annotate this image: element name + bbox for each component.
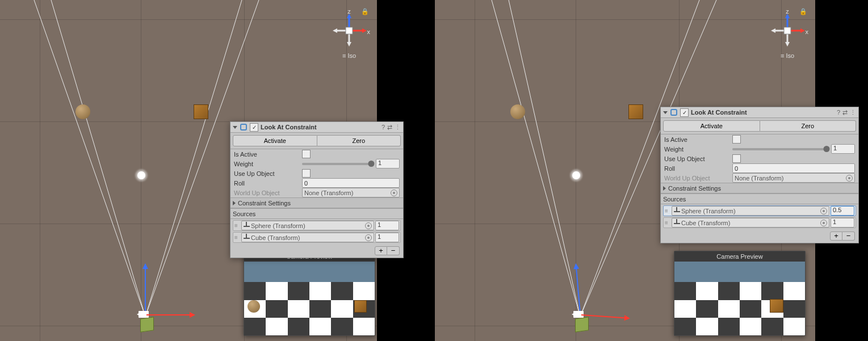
orientation-gizmo[interactable]: 🔒 z x ≡ Iso bbox=[329, 8, 369, 59]
object-picker-icon[interactable] bbox=[846, 175, 853, 182]
remove-source-button[interactable]: − bbox=[387, 246, 400, 255]
add-source-button[interactable]: + bbox=[830, 231, 842, 241]
component-header[interactable]: Look At Constraint ? ⇄ ⋮ bbox=[230, 122, 403, 133]
world-up-field[interactable]: None (Transform) bbox=[302, 188, 400, 197]
sources-list: ≡ Sphere (Transform) 1 ≡ Cube (Transform… bbox=[230, 219, 403, 245]
drag-handle-icon[interactable]: ≡ bbox=[665, 220, 670, 226]
roll-field[interactable]: 0 bbox=[302, 178, 400, 188]
source-item[interactable]: ≡ Sphere (Transform) 0.5 bbox=[663, 205, 856, 216]
weight-label: Weight bbox=[664, 146, 732, 153]
preset-icon[interactable]: ⇄ bbox=[387, 124, 392, 131]
cube-object[interactable] bbox=[628, 104, 643, 119]
svg-line-0 bbox=[34, 0, 145, 317]
source-object-field[interactable]: Cube (Transform) bbox=[241, 233, 374, 242]
projection-label[interactable]: ≡ Iso bbox=[768, 52, 807, 59]
help-icon[interactable]: ? bbox=[837, 109, 840, 116]
source-weight-field[interactable]: 0.5 bbox=[831, 206, 854, 216]
menu-icon[interactable]: ⋮ bbox=[850, 109, 856, 116]
transform-icon bbox=[674, 219, 680, 225]
component-icon bbox=[240, 123, 248, 131]
preview-cube bbox=[770, 299, 783, 313]
selected-object[interactable] bbox=[575, 317, 589, 332]
selected-object[interactable] bbox=[140, 317, 154, 332]
scene-view-left[interactable]: 🔒 z x ≡ Iso Look At Constraint ? ⇄ ⋮ A bbox=[0, 0, 377, 341]
drag-handle-icon[interactable]: ≡ bbox=[234, 234, 240, 241]
roll-label: Roll bbox=[664, 165, 732, 172]
sphere-object[interactable] bbox=[510, 104, 525, 119]
light-gizmo[interactable] bbox=[572, 171, 580, 179]
transform-icon bbox=[244, 234, 250, 240]
weight-label: Weight bbox=[234, 161, 302, 167]
source-weight-field[interactable]: 1 bbox=[375, 233, 399, 242]
projection-label[interactable]: ≡ Iso bbox=[329, 52, 369, 59]
preset-icon[interactable]: ⇄ bbox=[842, 109, 848, 116]
world-up-field[interactable]: None (Transform) bbox=[732, 173, 855, 183]
zero-button[interactable]: Zero bbox=[760, 120, 857, 132]
drag-handle-icon[interactable]: ≡ bbox=[234, 222, 240, 229]
sources-header: Sources bbox=[661, 193, 858, 204]
is-active-label: Is Active bbox=[664, 136, 732, 143]
source-weight-field[interactable]: 1 bbox=[375, 221, 399, 230]
menu-icon[interactable]: ⋮ bbox=[395, 124, 401, 131]
source-item[interactable]: ≡ Cube (Transform) 1 bbox=[663, 217, 856, 228]
weight-value[interactable]: 1 bbox=[831, 144, 855, 154]
weight-slider[interactable] bbox=[302, 163, 371, 165]
preview-title: Camera Preview bbox=[674, 251, 805, 262]
constraint-settings-foldout[interactable]: Constraint Settings bbox=[230, 197, 403, 208]
activate-button[interactable]: Activate bbox=[663, 120, 760, 132]
is-active-checkbox[interactable] bbox=[732, 135, 741, 144]
scene-view-right[interactable]: 🔒 z x ≡ Iso Look At Constraint ? ⇄ ⋮ A bbox=[435, 0, 815, 341]
svg-marker-11 bbox=[333, 28, 337, 33]
source-object-field[interactable]: Sphere (Transform) bbox=[672, 206, 829, 216]
light-gizmo[interactable] bbox=[137, 171, 145, 179]
object-picker-icon[interactable] bbox=[365, 234, 372, 241]
enable-checkbox[interactable] bbox=[250, 123, 258, 132]
source-object-field[interactable]: Cube (Transform) bbox=[672, 218, 829, 228]
weight-value[interactable]: 1 bbox=[376, 159, 400, 169]
sources-list: ≡ Sphere (Transform) 0.5 ≡ Cube (Transfo… bbox=[661, 204, 858, 230]
source-object-field[interactable]: Sphere (Transform) bbox=[241, 221, 374, 230]
constraint-settings-foldout[interactable]: Constraint Settings bbox=[661, 183, 858, 193]
svg-rect-12 bbox=[346, 27, 353, 34]
activate-button[interactable]: Activate bbox=[233, 135, 317, 146]
remove-source-button[interactable]: − bbox=[842, 231, 855, 241]
foldout-icon[interactable] bbox=[663, 111, 668, 114]
use-up-checkbox[interactable] bbox=[302, 169, 311, 178]
sphere-object[interactable] bbox=[76, 104, 90, 119]
source-weight-field[interactable]: 1 bbox=[831, 218, 854, 228]
svg-marker-20 bbox=[800, 28, 805, 33]
foldout-icon bbox=[663, 186, 666, 191]
zero-button[interactable]: Zero bbox=[317, 135, 401, 146]
object-picker-icon[interactable] bbox=[365, 222, 372, 229]
cube-object[interactable] bbox=[194, 104, 208, 119]
component-header[interactable]: Look At Constraint ? ⇄ ⋮ bbox=[661, 107, 858, 118]
object-picker-icon[interactable] bbox=[820, 208, 827, 214]
enable-checkbox[interactable] bbox=[680, 108, 689, 117]
svg-marker-22 bbox=[785, 42, 790, 47]
world-up-label: World Up Object bbox=[664, 175, 732, 182]
svg-line-13 bbox=[492, 0, 580, 317]
weight-slider[interactable] bbox=[732, 148, 827, 150]
use-up-checkbox[interactable] bbox=[732, 154, 741, 163]
component-title: Look At Constraint bbox=[691, 109, 835, 116]
object-picker-icon[interactable] bbox=[391, 190, 397, 196]
camera-preview: Camera Preview bbox=[244, 251, 375, 336]
drag-handle-icon[interactable]: ≡ bbox=[665, 208, 670, 214]
component-icon bbox=[670, 108, 678, 116]
foldout-icon[interactable] bbox=[233, 126, 237, 129]
component-title: Look At Constraint bbox=[261, 124, 379, 130]
svg-line-16 bbox=[509, 0, 580, 317]
orientation-gizmo[interactable]: 🔒 z x ≡ Iso bbox=[768, 8, 807, 59]
object-picker-icon[interactable] bbox=[820, 220, 827, 226]
svg-line-3 bbox=[51, 0, 145, 317]
roll-field[interactable]: 0 bbox=[732, 163, 855, 173]
add-source-button[interactable]: + bbox=[375, 246, 387, 255]
use-up-label: Use Up Object bbox=[664, 155, 732, 162]
svg-marker-24 bbox=[771, 28, 775, 33]
world-up-label: World Up Object bbox=[234, 190, 302, 196]
help-icon[interactable]: ? bbox=[381, 124, 385, 130]
camera-preview: Camera Preview bbox=[674, 251, 806, 336]
is-active-checkbox[interactable] bbox=[302, 150, 311, 158]
source-item[interactable]: ≡ Sphere (Transform) 1 bbox=[233, 220, 401, 231]
source-item[interactable]: ≡ Cube (Transform) 1 bbox=[233, 232, 401, 243]
